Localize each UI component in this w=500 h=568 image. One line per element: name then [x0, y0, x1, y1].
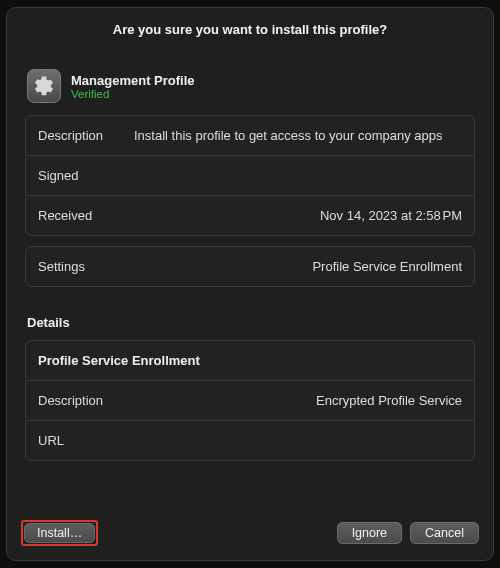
row-description: Description Install this profile to get … — [26, 116, 474, 155]
profile-header: Management Profile Verified — [25, 53, 475, 115]
row-received: Received Nov 14, 2023 at 2:58 PM — [26, 195, 474, 235]
dialog-footer: Install… Ignore Cancel — [7, 510, 493, 560]
profile-info-panel: Description Install this profile to get … — [25, 115, 475, 236]
value-detail-description: Encrypted Profile Service — [138, 393, 462, 408]
value-signed — [134, 168, 462, 183]
install-profile-dialog: Are you sure you want to install this pr… — [6, 7, 494, 561]
value-received: Nov 14, 2023 at 2:58 PM — [134, 208, 462, 223]
profile-status: Verified — [71, 88, 195, 100]
details-section-title: Profile Service Enrollment — [26, 341, 474, 380]
label-description: Description — [38, 128, 120, 143]
value-settings: Profile Service Enrollment — [134, 259, 462, 274]
value-detail-url — [138, 433, 462, 448]
install-highlight: Install… — [21, 520, 98, 546]
row-detail-url: URL — [26, 420, 474, 460]
profile-name: Management Profile — [71, 73, 195, 88]
label-received: Received — [38, 208, 120, 223]
install-button[interactable]: Install… — [24, 523, 95, 543]
cancel-button[interactable]: Cancel — [410, 522, 479, 544]
value-description: Install this profile to get access to yo… — [134, 128, 462, 143]
row-settings: Settings Profile Service Enrollment — [26, 247, 474, 286]
dialog-content: Management Profile Verified Description … — [7, 43, 493, 510]
gear-icon — [27, 69, 61, 103]
label-detail-description: Description — [38, 393, 138, 408]
label-signed: Signed — [38, 168, 120, 183]
label-settings: Settings — [38, 259, 120, 274]
row-signed: Signed — [26, 155, 474, 195]
settings-panel: Settings Profile Service Enrollment — [25, 246, 475, 287]
dialog-title: Are you sure you want to install this pr… — [7, 8, 493, 43]
label-detail-url: URL — [38, 433, 138, 448]
profile-title-block: Management Profile Verified — [71, 73, 195, 100]
details-heading: Details — [27, 315, 475, 330]
row-detail-description: Description Encrypted Profile Service — [26, 380, 474, 420]
ignore-button[interactable]: Ignore — [337, 522, 402, 544]
details-panel: Profile Service Enrollment Description E… — [25, 340, 475, 461]
